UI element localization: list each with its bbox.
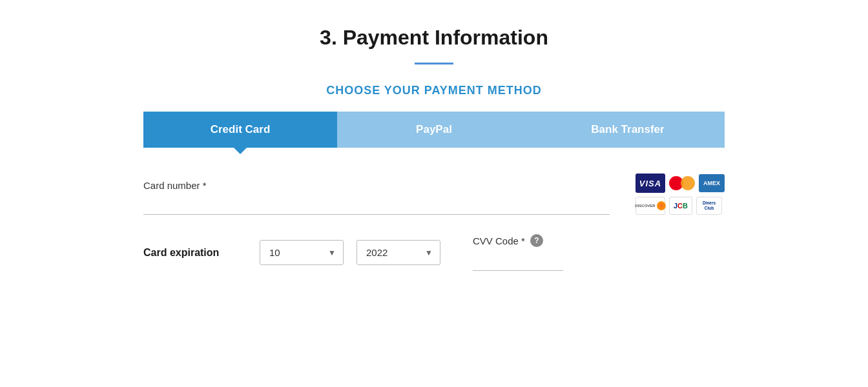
card-logos: VISA AMEX DISCOVER [636,174,725,215]
card-number-label: Card number * [143,180,610,191]
cvv-label: CVV Code * [473,235,525,246]
expiration-label: Card expiration [143,247,247,259]
year-select-wrapper: 2020 2021 2022 2023 2024 2025 2026 ▼ [356,240,440,265]
cvv-group: CVV Code * ? [473,234,563,271]
card-number-row: Card number * VISA AMEX [143,174,725,215]
year-select[interactable]: 2020 2021 2022 2023 2024 2025 2026 [356,240,440,265]
jcb-c: C [677,202,683,210]
page-title: 3. Payment Information [320,26,548,50]
page-container: 3. Payment Information CHOOSE YOUR PAYME… [13,26,855,271]
cvv-help-icon[interactable]: ? [530,234,543,247]
payment-tabs: Credit Card PayPal Bank Transfer [143,112,725,148]
jcb-logo: J C B [669,197,692,215]
mc-right-circle [681,176,695,190]
diners-text: DinersClub [703,201,716,211]
month-select[interactable]: 01 02 03 04 05 06 07 08 09 10 11 12 [260,240,344,265]
cvv-input[interactable] [473,251,563,271]
amex-text: AMEX [703,180,720,187]
month-select-wrapper: 01 02 03 04 05 06 07 08 09 10 11 12 ▼ [260,240,344,265]
section-divider [415,63,453,64]
discover-circle [657,201,666,210]
expiration-row: Card expiration 01 02 03 04 05 06 07 08 … [143,234,725,271]
card-logos-row-2: DISCOVER J C B DinersClub [636,197,722,215]
cvv-label-row: CVV Code * ? [473,234,563,247]
card-logos-row-1: VISA AMEX [636,174,725,193]
card-number-group: Card number * [143,180,610,215]
choose-method-label: CHOOSE YOUR PAYMENT METHOD [326,84,542,97]
tab-credit-card[interactable]: Credit Card [143,112,337,148]
mastercard-logo [669,174,695,192]
card-number-input[interactable] [143,195,610,215]
tab-bank-transfer[interactable]: Bank Transfer [531,112,725,148]
discover-logo: DISCOVER [636,197,665,215]
payment-form: Card number * VISA AMEX [143,174,725,271]
jcb-b: B [683,202,688,210]
visa-logo: VISA [636,174,665,193]
discover-text: DISCOVER [635,204,655,208]
amex-logo: AMEX [699,174,725,192]
tab-paypal[interactable]: PayPal [337,112,531,148]
diners-logo: DinersClub [696,197,722,215]
